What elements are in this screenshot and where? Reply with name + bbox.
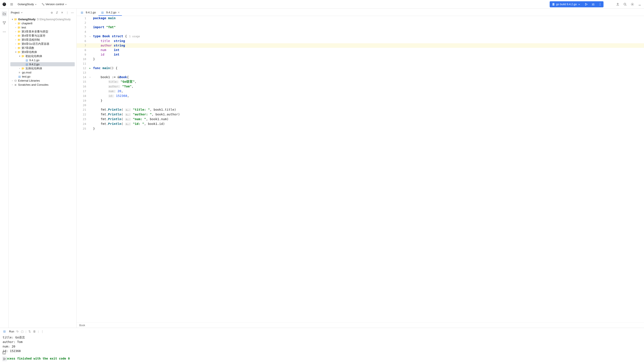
tree-file[interactable]: ▤9.4.1.go: [10, 58, 75, 62]
tree-folder[interactable]: ›📁test: [10, 25, 75, 29]
svg-point-16: [3, 32, 3, 32]
terminal-tool-icon[interactable]: [2, 351, 6, 355]
run-button[interactable]: [583, 1, 590, 7]
project-dropdown[interactable]: GolangStudy: [16, 2, 38, 7]
tree-ext-lib[interactable]: ›⛁External Libraries: [10, 79, 75, 83]
project-sidebar: Project ⊕ ⇵ ✕ ⋮ — ▾📁GolangStudyD:\DingJi…: [8, 8, 77, 328]
trash-icon[interactable]: 🗑: [33, 330, 36, 333]
tree-folder[interactable]: ›📁第5章流程控制: [10, 38, 75, 42]
console-output[interactable]: title: Go语言 author: Tom num: 20 id: 1523…: [0, 335, 644, 363]
tree-scratches[interactable]: ›≣Scratches and Consoles: [10, 83, 75, 87]
svg-point-6: [592, 4, 594, 5]
svg-rect-15: [4, 23, 5, 24]
svg-point-8: [600, 4, 600, 4]
locate-icon[interactable]: ⊕: [50, 10, 54, 14]
minimize-icon[interactable]: [637, 1, 643, 7]
project-tool-icon[interactable]: [2, 11, 7, 16]
close-tab-icon[interactable]: ✕: [118, 11, 120, 14]
more-run-icon[interactable]: ⋮: [41, 330, 44, 333]
left-toolbar: [0, 8, 8, 328]
tree-folder[interactable]: ›📁第7章函数: [10, 46, 75, 50]
collapse-icon[interactable]: ✕: [60, 10, 64, 14]
svg-point-3: [42, 3, 43, 4]
svg-rect-14: [5, 21, 6, 22]
debug-button[interactable]: [590, 1, 596, 7]
svg-rect-13: [3, 21, 4, 22]
tab-file-2[interactable]: ▤9.4.2.go✕: [98, 9, 122, 16]
svg-point-2: [4, 3, 5, 4]
project-tree: ▾📁GolangStudyD:\DingJiaxiong\GolangStudy…: [8, 16, 76, 328]
tab-file-1[interactable]: ▤9.4.1.go: [78, 9, 98, 16]
tree-folder[interactable]: ▾📁初始化结构体: [10, 54, 75, 58]
tree-folder[interactable]: ›📁chapter8: [10, 21, 75, 25]
tree-folder[interactable]: ›📁第3章基本变量与类型: [10, 29, 75, 33]
search-icon[interactable]: [622, 1, 628, 7]
hide-icon[interactable]: —: [70, 10, 74, 14]
code-editor[interactable]: 1package main 2 3import "fmt" 4 5▾type B…: [77, 16, 644, 323]
main-menu-icon[interactable]: [8, 1, 15, 7]
settings-icon[interactable]: [629, 1, 636, 7]
run-tab-icon: ▤: [2, 330, 6, 333]
expand-icon[interactable]: ⇵: [55, 10, 59, 14]
svg-point-12: [632, 4, 633, 5]
svg-point-18: [5, 32, 6, 32]
vcs-dropdown[interactable]: Version control: [40, 2, 69, 7]
run-more-button[interactable]: [596, 1, 604, 7]
tree-folder[interactable]: ›📁第4章常量与运算符: [10, 33, 75, 38]
structure-tool-icon[interactable]: [2, 20, 7, 25]
svg-point-0: [2, 2, 6, 6]
tree-file-active[interactable]: ▤9.4.2.go: [10, 62, 75, 66]
options-icon[interactable]: ⋮: [65, 10, 69, 14]
stop-icon[interactable]: ▢: [21, 330, 24, 333]
svg-point-10: [617, 3, 618, 4]
sidebar-title: Project: [11, 11, 20, 14]
tree-folder[interactable]: ›📁第6章Go语言内置容器: [10, 42, 75, 46]
svg-rect-5: [552, 3, 554, 5]
run-tab-label[interactable]: Run: [9, 330, 14, 333]
app-logo-icon: [1, 1, 7, 7]
run-panel: ▤ Run ↻ ▢ | ⇅ 🗑 | ⋮ title: Go语言 author: …: [0, 328, 644, 363]
run-config-selector[interactable]: go build 9.4.2.go: [550, 1, 583, 7]
svg-point-11: [624, 3, 626, 5]
more-tool-icon[interactable]: [2, 29, 7, 34]
editor-tabs: ▤9.4.1.go ▤9.4.2.go✕: [77, 8, 644, 16]
svg-point-7: [600, 3, 600, 3]
filter-icon[interactable]: ⇅: [28, 330, 31, 333]
account-icon[interactable]: [615, 1, 621, 7]
tree-file[interactable]: ≡go.mod: [10, 70, 75, 74]
breadcrumb[interactable]: Book: [77, 323, 644, 328]
topbar: GolangStudy Version control go build 9.4…: [0, 0, 644, 8]
tree-file[interactable]: ▤test.go: [10, 74, 75, 79]
tree-folder[interactable]: ›📁实例化结构体: [10, 66, 75, 70]
svg-point-17: [4, 32, 4, 32]
tree-folder[interactable]: ▾📁第9章结构体: [10, 50, 75, 54]
run-tool-icon[interactable]: [2, 357, 7, 361]
run-config-group: go build 9.4.2.go: [550, 1, 604, 7]
chevron-down-icon[interactable]: [21, 11, 23, 13]
editor-area: ▤9.4.1.go ▤9.4.2.go✕ 1package main 2 3im…: [77, 8, 644, 328]
svg-rect-19: [2, 352, 6, 354]
svg-point-1: [4, 3, 4, 4]
svg-point-9: [600, 5, 600, 5]
rerun-icon[interactable]: ↻: [16, 330, 19, 333]
tree-root[interactable]: ▾📁GolangStudyD:\DingJiaxiong\GolangStudy: [10, 17, 75, 21]
gutter-run-icon[interactable]: ▶: [88, 66, 92, 70]
